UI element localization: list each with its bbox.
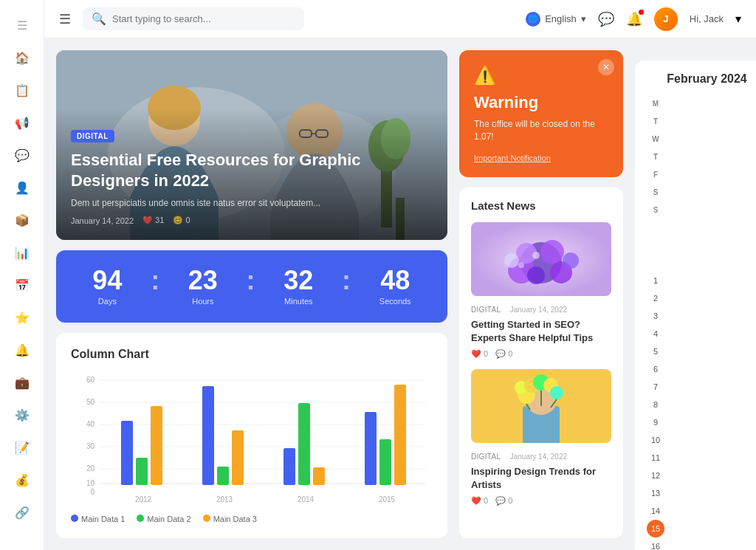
news-heart-icon-2: ❤️ 0 xyxy=(471,496,488,506)
news-thumb-1 xyxy=(471,222,611,296)
language-label: English xyxy=(545,13,577,24)
user-greeting: Hi, Jack xyxy=(690,13,724,24)
sidebar-home-icon[interactable]: 🏠 xyxy=(9,44,35,71)
svg-text:2012: 2012 xyxy=(135,495,152,503)
latest-news-section: Latest News xyxy=(459,188,623,538)
messages-icon[interactable]: 💬 xyxy=(598,11,614,27)
svg-text:10: 10 xyxy=(86,479,95,487)
hero-date: January 14, 2022 xyxy=(71,216,134,225)
hero-comment-icon: 😊 0 xyxy=(173,216,190,225)
svg-rect-31 xyxy=(136,458,148,485)
sidebar-calendar-icon[interactable]: 📅 xyxy=(9,272,35,298)
language-selector[interactable]: 🌐 English ▾ xyxy=(526,12,586,27)
warning-close-button[interactable]: ✕ xyxy=(598,59,614,75)
svg-rect-33 xyxy=(202,386,214,485)
column-chart-svg: 60 50 40 30 20 10 0 2012 2013 2014 2015 xyxy=(71,373,433,506)
sidebar-chat-icon[interactable]: 💬 xyxy=(9,142,35,168)
svg-rect-35 xyxy=(232,430,244,485)
svg-rect-30 xyxy=(121,421,133,485)
countdown-seconds: 48 Seconds xyxy=(379,267,411,306)
sidebar-megaphone-icon[interactable]: 📢 xyxy=(9,109,35,136)
content-area: DIGITAL Essential Free Resources for Gra… xyxy=(44,38,756,550)
sidebar-settings-icon[interactable]: ⚙️ xyxy=(9,402,35,428)
main-wrapper: ☰ 🔍 🌐 English ▾ 💬 🔔 J Hi, Jack ▾ xyxy=(44,0,756,550)
cal-day-1[interactable]: 1 xyxy=(647,272,664,289)
warning-triangle-icon: ⚠️ xyxy=(474,65,608,86)
cal-day-3[interactable]: 3 xyxy=(647,307,664,325)
sidebar-briefcase-icon[interactable]: 💼 xyxy=(9,369,35,396)
cal-day-12[interactable]: 12 xyxy=(647,467,664,484)
cal-day-16[interactable]: 16 xyxy=(647,537,664,550)
sidebar-edit-icon[interactable]: 📝 xyxy=(9,434,35,461)
countdown-minutes-label: Minutes xyxy=(284,297,313,306)
svg-text:30: 30 xyxy=(86,442,95,450)
chart-legend: Main Data 1 Main Data 2 Main Data 3 xyxy=(71,515,433,523)
news-title-2: Inspiring Design Trends for Artists xyxy=(471,465,611,492)
svg-point-48 xyxy=(504,253,519,268)
search-icon: 🔍 xyxy=(92,12,106,26)
cal-day-6[interactable]: 6 xyxy=(647,360,664,378)
cal-day-10[interactable]: 10 xyxy=(647,431,664,449)
cal-day-2[interactable]: 2 xyxy=(647,289,664,307)
svg-rect-41 xyxy=(394,385,406,485)
svg-rect-40 xyxy=(379,439,391,485)
cal-day-11[interactable]: 11 xyxy=(647,449,664,467)
svg-rect-38 xyxy=(313,467,325,485)
cal-day-7[interactable]: 7 xyxy=(647,378,664,396)
news-reactions-2: ❤️ 0 💬 0 xyxy=(471,496,611,506)
middle-column: ✕ ⚠️ Warning The office will be closed o… xyxy=(459,50,623,538)
sidebar-link-icon[interactable]: 🔗 xyxy=(9,499,35,526)
avatar[interactable]: J xyxy=(654,7,678,31)
sidebar-user-icon[interactable]: 👤 xyxy=(9,174,35,201)
cal-day-4[interactable]: 4 xyxy=(647,325,664,343)
svg-text:60: 60 xyxy=(86,376,95,384)
countdown-seconds-label: Seconds xyxy=(379,297,411,306)
sidebar-package-icon[interactable]: 📦 xyxy=(9,207,35,233)
countdown-sep-1: : xyxy=(151,265,159,296)
svg-point-49 xyxy=(563,252,579,269)
countdown-sep-2: : xyxy=(247,265,255,296)
svg-point-52 xyxy=(518,262,524,268)
hamburger-button[interactable]: ☰ xyxy=(59,11,71,27)
cal-day-5[interactable]: 5 xyxy=(647,343,664,360)
chart-card: Column Chart 60 50 40 30 xyxy=(56,333,447,538)
cal-day-15[interactable]: 15 xyxy=(647,520,664,537)
cal-day-8[interactable]: 8 xyxy=(647,396,664,413)
cal-day-13[interactable]: 13 xyxy=(647,484,664,502)
cal-day-fri: F xyxy=(647,165,664,183)
sidebar-chart-icon[interactable]: 📊 xyxy=(9,239,35,266)
hero-tag: DIGITAL xyxy=(71,130,114,142)
cal-day-wed: W xyxy=(647,130,664,148)
svg-rect-37 xyxy=(298,403,310,485)
news-item-2-meta: DIGITAL January 14, 2022 xyxy=(471,449,611,462)
hero-meta: January 14, 2022 ❤️ 31 😊 0 xyxy=(71,216,433,225)
sidebar-clipboard-icon[interactable]: 📋 xyxy=(9,77,35,103)
notification-dot xyxy=(639,10,644,15)
hero-heart-icon: ❤️ 31 xyxy=(142,216,164,225)
right-column: February 2024 M T W T F S S xyxy=(635,50,756,538)
left-column: DIGITAL Essential Free Resources for Gra… xyxy=(56,50,447,538)
svg-text:2015: 2015 xyxy=(379,495,396,503)
search-bar[interactable]: 🔍 xyxy=(83,7,304,30)
hero-description: Dem ut perspiciatis unde omnis iste natu… xyxy=(71,198,433,208)
sidebar-menu-icon[interactable]: ☰ xyxy=(9,12,35,38)
countdown-seconds-value: 48 xyxy=(379,267,411,294)
sidebar-money-icon[interactable]: 💰 xyxy=(9,467,35,493)
countdown-widget: 94 Days : 23 Hours : 32 Minutes : 48 Sec… xyxy=(56,250,447,323)
svg-rect-32 xyxy=(151,406,162,485)
news-item-2[interactable]: DIGITAL January 14, 2022 Inspiring Desig… xyxy=(471,369,611,506)
news-reactions-1: ❤️ 0 💬 0 xyxy=(471,349,611,359)
countdown-hours-value: 23 xyxy=(188,267,218,294)
sidebar-bell-icon[interactable]: 🔔 xyxy=(9,337,35,363)
news-thumb-2 xyxy=(471,369,611,443)
cal-day-14[interactable]: 14 xyxy=(647,502,664,520)
news-item-1[interactable]: DIGITAL January 14, 2022 Getting Started… xyxy=(471,222,611,359)
notifications-icon[interactable]: 🔔 xyxy=(626,11,642,27)
svg-text:2013: 2013 xyxy=(216,495,233,503)
warning-link[interactable]: Important Notification xyxy=(474,154,608,162)
latest-news-title: Latest News xyxy=(471,199,611,212)
cal-day-9[interactable]: 9 xyxy=(647,413,664,431)
sidebar-star-icon[interactable]: ⭐ xyxy=(9,304,35,331)
sidebar: ☰ 🏠 📋 📢 💬 👤 📦 📊 📅 ⭐ 🔔 💼 ⚙️ 📝 💰 🔗 xyxy=(0,0,44,550)
search-input[interactable] xyxy=(112,13,295,24)
